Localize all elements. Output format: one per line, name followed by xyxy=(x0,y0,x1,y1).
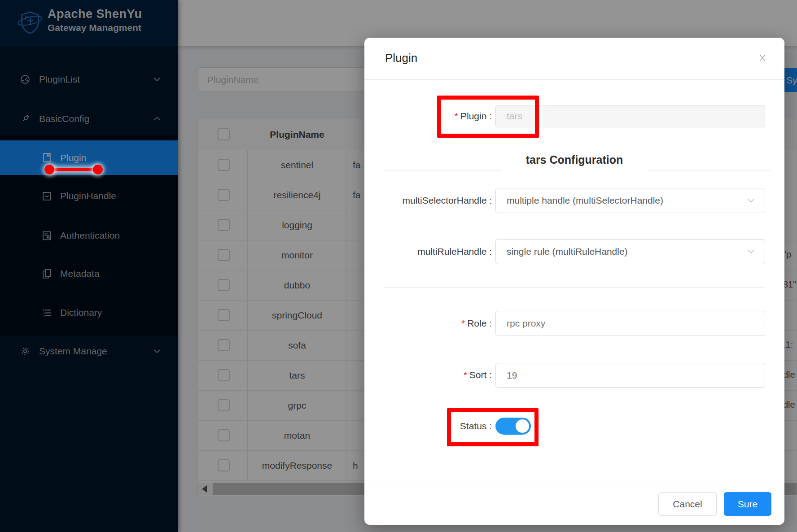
sort-input[interactable]: 19 xyxy=(495,363,765,388)
required-marker: * xyxy=(464,370,467,380)
plugin-name-input[interactable]: tars xyxy=(495,105,765,127)
required-marker: * xyxy=(455,111,458,121)
sure-button[interactable]: Sure xyxy=(724,492,771,516)
divider xyxy=(384,170,502,171)
modal-title: Plugin xyxy=(385,51,417,65)
status-field-label: Status : xyxy=(364,421,492,432)
required-marker: * xyxy=(461,318,465,328)
modal-header: Plugin xyxy=(364,38,784,80)
role-input[interactable]: rpc proxy xyxy=(495,311,765,336)
cancel-button[interactable]: Cancel xyxy=(658,492,717,516)
toggle-knob xyxy=(516,419,529,433)
multiselectorhandle-select[interactable]: multiple handle (multiSelectorHandle) xyxy=(495,188,765,213)
divider xyxy=(647,170,771,171)
multirulehandle-label: multiRuleHandle : xyxy=(364,246,492,257)
divider xyxy=(364,481,784,481)
multirulehandle-select[interactable]: single rule (multiRuleHandle) xyxy=(495,239,765,264)
close-icon[interactable] xyxy=(757,52,768,64)
section-title: tars Configuration xyxy=(364,153,784,166)
sort-field-label: *Sort : xyxy=(364,370,492,380)
chevron-down-icon xyxy=(747,198,755,203)
multiselectorhandle-label: multiSelectorHandle : xyxy=(364,195,492,206)
plugin-field-label: *Plugin : xyxy=(364,111,492,122)
status-toggle[interactable] xyxy=(495,418,531,435)
screen: Sy PluginName sentinel fa resilience4j f… xyxy=(0,0,797,532)
chevron-down-icon xyxy=(747,249,755,254)
role-field-label: *Role : xyxy=(364,318,492,329)
plugin-modal: Plugin *Plugin : tars tars Configuration… xyxy=(364,38,784,525)
divider xyxy=(384,287,765,288)
